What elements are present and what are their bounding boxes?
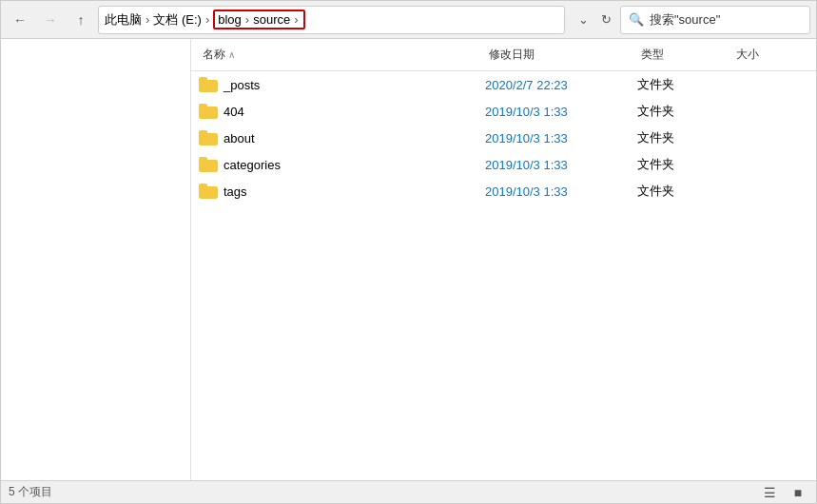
file-name: about — [224, 131, 255, 145]
refresh-button[interactable]: ↻ — [595, 10, 616, 30]
folder-icon — [199, 77, 218, 92]
file-rows-container: _posts 2020/2/7 22:23 文件夹 404 2019/10/3 … — [191, 71, 816, 204]
file-name-cell: 404 — [199, 104, 485, 119]
file-name: 404 — [224, 105, 244, 119]
file-type: 文件夹 — [637, 103, 732, 120]
folder-icon — [199, 130, 218, 145]
file-date: 2019/10/3 1:33 — [485, 105, 637, 119]
file-type: 文件夹 — [637, 129, 732, 146]
sort-arrow-name: ∧ — [228, 49, 235, 60]
col-type-header[interactable]: 类型 — [637, 43, 732, 67]
breadcrumb-source: source — [253, 12, 290, 27]
search-text: 搜索"source" — [650, 11, 720, 29]
large-icons-button[interactable]: ■ — [788, 482, 808, 503]
file-name: categories — [224, 158, 281, 172]
file-date: 2020/2/7 22:23 — [485, 78, 637, 92]
toolbar: ← → ↑ 此电脑 › 文档 (E:) › blog › source › ⌄ … — [1, 1, 816, 39]
details-view-button[interactable]: ☰ — [759, 482, 780, 503]
sep3: › — [243, 12, 251, 27]
file-type: 文件夹 — [637, 156, 732, 173]
file-date: 2019/10/3 1:33 — [485, 131, 637, 145]
file-name: _posts — [224, 78, 260, 92]
folder-icon — [199, 184, 218, 199]
back-button[interactable]: ← — [7, 7, 33, 33]
col-size-header[interactable]: 大小 — [732, 43, 808, 67]
search-icon: 🔍 — [629, 12, 644, 27]
folder-icon — [199, 104, 218, 119]
table-row[interactable]: about 2019/10/3 1:33 文件夹 — [191, 125, 816, 151]
status-bar: 5 个项目 ☰ ■ — [1, 480, 816, 503]
file-type: 文件夹 — [637, 183, 732, 200]
file-date: 2019/10/3 1:33 — [485, 184, 637, 199]
file-type: 文件夹 — [637, 76, 732, 93]
table-row[interactable]: categories 2019/10/3 1:33 文件夹 — [191, 151, 816, 178]
nav-pane — [1, 39, 191, 480]
file-name-cell: tags — [199, 184, 485, 199]
file-date: 2019/10/3 1:33 — [485, 158, 637, 172]
address-dropdown-button[interactable]: ⌄ — [573, 10, 593, 30]
sep2: › — [204, 12, 211, 27]
file-name-cell: categories — [199, 157, 485, 172]
file-name: tags — [224, 184, 247, 199]
sep4: › — [292, 12, 300, 27]
window: ← → ↑ 此电脑 › 文档 (E:) › blog › source › ⌄ … — [0, 0, 817, 504]
sep1: › — [144, 12, 151, 27]
column-headers: 名称 ∧ 修改日期 类型 大小 — [191, 39, 816, 71]
breadcrumb-pc: 此电脑 — [105, 11, 142, 29]
col-name-header[interactable]: 名称 ∧ — [199, 43, 485, 67]
table-row[interactable]: _posts 2020/2/7 22:23 文件夹 — [191, 71, 816, 98]
file-name-cell: about — [199, 130, 485, 145]
breadcrumb-drive: 文档 (E:) — [153, 11, 202, 29]
content-area: 名称 ∧ 修改日期 类型 大小 _posts 2020/2/7 22:23 — [1, 39, 816, 480]
search-box[interactable]: 🔍 搜索"source" — [620, 6, 810, 34]
table-row[interactable]: tags 2019/10/3 1:33 文件夹 — [191, 178, 816, 204]
breadcrumb-highlighted[interactable]: blog › source › — [213, 10, 304, 29]
status-bar-right: ☰ ■ — [759, 482, 808, 503]
up-button[interactable]: ↑ — [68, 7, 94, 33]
breadcrumb-blog: blog — [218, 12, 242, 27]
file-list: 名称 ∧ 修改日期 类型 大小 _posts 2020/2/7 22:23 — [191, 39, 816, 480]
table-row[interactable]: 404 2019/10/3 1:33 文件夹 — [191, 98, 816, 125]
file-name-cell: _posts — [199, 77, 485, 92]
col-modified-header[interactable]: 修改日期 — [485, 43, 637, 67]
forward-button[interactable]: → — [37, 7, 64, 33]
item-count: 5 个项目 — [9, 484, 52, 500]
address-bar[interactable]: 此电脑 › 文档 (E:) › blog › source › — [98, 6, 565, 34]
folder-icon — [199, 157, 218, 172]
